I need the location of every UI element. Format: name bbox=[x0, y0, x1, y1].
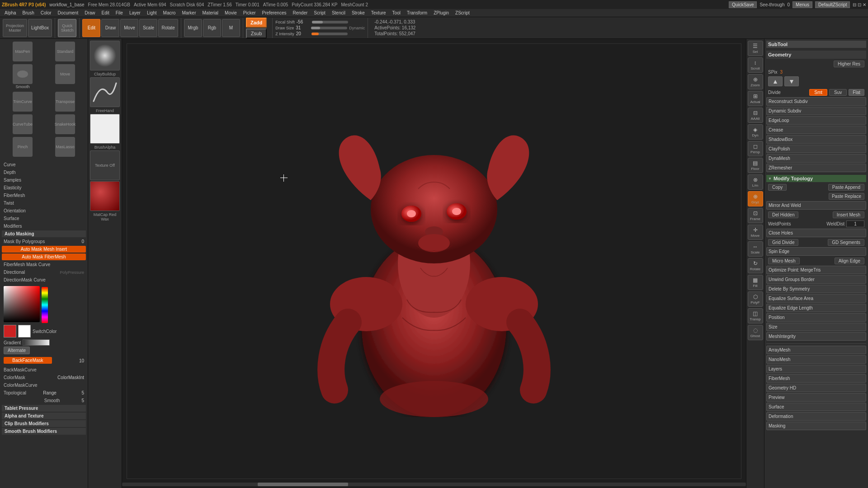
smooth-brush-header[interactable]: Smooth Brush Modifiers bbox=[2, 428, 86, 435]
quick-sketch-button[interactable]: Quick Sketch bbox=[58, 19, 77, 37]
dynamesh-button[interactable]: DynaMesh bbox=[766, 154, 866, 163]
canvas-scroll[interactable] bbox=[122, 483, 746, 486]
mirror-and-weld-button[interactable]: Mirror And Weld bbox=[766, 201, 866, 210]
foreground-swatch[interactable] bbox=[4, 325, 16, 338]
script-button[interactable]: DefaultZScript bbox=[815, 1, 850, 8]
menus-button[interactable]: Menus bbox=[793, 1, 812, 8]
menu-light[interactable]: Light bbox=[144, 10, 160, 16]
gd-segments-button[interactable]: GD Segments bbox=[828, 239, 864, 246]
move-rt-button[interactable]: ✛ Move bbox=[748, 225, 763, 240]
move-button[interactable]: Move bbox=[120, 19, 138, 37]
preview-button[interactable]: Preview bbox=[766, 393, 866, 402]
grid-divide-button[interactable]: Grid Divide bbox=[768, 239, 798, 246]
rotate-rt-button[interactable]: ↻ Rotate bbox=[748, 258, 763, 273]
rotate-button[interactable]: Rotate bbox=[158, 19, 178, 37]
brush-item-pinch[interactable]: Pinch bbox=[2, 136, 43, 158]
delete-by-symmetry-button[interactable]: Delete By Symmetry bbox=[766, 285, 866, 293]
menu-picker[interactable]: Picker bbox=[241, 10, 259, 16]
position-button[interactable]: Position bbox=[766, 313, 866, 322]
zoom-button[interactable]: ⊕ Zoom bbox=[748, 74, 763, 89]
suv-button[interactable]: Suv bbox=[829, 89, 847, 96]
brush-item-trimcurve[interactable]: TrimCurve bbox=[2, 91, 43, 113]
gradient-bar[interactable] bbox=[23, 339, 50, 346]
alpha-item-matcap[interactable] bbox=[90, 181, 120, 211]
brush-item-move[interactable]: Move bbox=[44, 63, 86, 90]
aaall-button[interactable]: ⊟ AAAll bbox=[748, 108, 763, 123]
zsub-button[interactable]: Zsub bbox=[246, 28, 267, 38]
alpha-item-brushalpha[interactable] bbox=[90, 114, 120, 144]
polyf-button[interactable]: ⬡ PolyF bbox=[748, 291, 763, 307]
menu-brush[interactable]: Brush bbox=[20, 10, 37, 16]
dynamic-subdiv-button[interactable]: Dynamic Subdiv bbox=[766, 107, 866, 115]
deformation-button[interactable]: Deformation bbox=[766, 412, 866, 421]
linefill-button[interactable]: ▦ Fill bbox=[748, 275, 763, 290]
spin-edge-button[interactable]: Spin Edge bbox=[766, 247, 866, 256]
menu-edit[interactable]: Edit bbox=[99, 10, 112, 16]
paste-replace-button[interactable]: Paste Replace bbox=[829, 193, 864, 200]
canvas-area[interactable] bbox=[122, 39, 746, 488]
fibermesh-rp-button[interactable]: FiberMesh bbox=[766, 374, 866, 383]
brush-item-snakehook[interactable]: SnakeHook bbox=[44, 113, 86, 135]
insert-mesh-button[interactable]: Insert Mesh bbox=[833, 211, 864, 218]
alpha-item-textureoff[interactable]: Texture Off bbox=[90, 150, 120, 180]
actual-button[interactable]: ⊞ Actual bbox=[748, 91, 763, 106]
geometry-hd-button[interactable]: Geometry HD bbox=[766, 384, 866, 392]
equalize-edge-length-button[interactable]: Equalize Edge Length bbox=[766, 304, 866, 312]
brush-item-maslasso[interactable]: MasLasso bbox=[44, 136, 86, 158]
menu-alpha[interactable]: Alpha bbox=[2, 10, 19, 16]
hue-slider[interactable] bbox=[42, 287, 48, 323]
menu-texture[interactable]: Texture bbox=[368, 10, 389, 16]
menu-color[interactable]: Color bbox=[38, 10, 54, 16]
edgeloop-button[interactable]: EdgeLoop bbox=[766, 116, 866, 125]
surface-rp-button[interactable]: Surface bbox=[766, 403, 866, 411]
alpha-texture-header[interactable]: Alpha and Texture bbox=[2, 413, 86, 419]
reconstruct-subdiv-button[interactable]: Reconstruct Subdiv bbox=[766, 97, 866, 106]
shadowbox-button[interactable]: ShadowBox bbox=[766, 135, 866, 144]
flat-button[interactable]: Flat bbox=[849, 89, 864, 96]
brush-item-curvetube[interactable]: CurveTube bbox=[2, 113, 43, 135]
close-holes-button[interactable]: Close Holes bbox=[766, 229, 866, 237]
brush-item-smooth[interactable]: Smooth bbox=[2, 63, 43, 90]
transp-button[interactable]: ◫ Transp bbox=[748, 308, 763, 324]
tablet-pressure-header[interactable]: Tablet Pressure bbox=[2, 405, 86, 412]
size-button[interactable]: Size bbox=[766, 323, 866, 331]
higher-res-button[interactable]: Higher Res bbox=[834, 61, 864, 67]
backface-mask-button[interactable]: BackFaceMask bbox=[4, 357, 52, 364]
menu-stencil[interactable]: Stencil bbox=[329, 10, 348, 16]
scroll-down-button[interactable]: ▼ bbox=[784, 76, 799, 86]
optimize-point-button[interactable]: Optimize Point: MergeTris bbox=[766, 266, 866, 274]
mrgb-button[interactable]: Mrgb bbox=[184, 19, 202, 37]
geometry-section-title[interactable]: Geometry bbox=[766, 51, 866, 59]
draw-size-slider[interactable] bbox=[311, 27, 347, 29]
focal-shift-slider[interactable] bbox=[312, 21, 348, 23]
menu-stroke[interactable]: Stroke bbox=[349, 10, 368, 16]
clip-brush-header[interactable]: Clip Brush Modifiers bbox=[2, 420, 86, 427]
sel-button[interactable]: ☰ Sel bbox=[748, 41, 763, 56]
menu-layer[interactable]: Layer bbox=[127, 10, 143, 16]
menu-file[interactable]: File bbox=[113, 10, 126, 16]
paste-append-button[interactable]: Paste Append bbox=[828, 184, 864, 191]
z-intensity-slider[interactable] bbox=[311, 33, 348, 35]
edit-button[interactable]: Edit bbox=[82, 19, 100, 37]
menu-document[interactable]: Document bbox=[55, 10, 81, 16]
alpha-item-freehand[interactable] bbox=[90, 77, 120, 107]
m-button[interactable]: M bbox=[222, 19, 240, 37]
lym-button[interactable]: ⊗ L/m bbox=[748, 174, 763, 190]
copy-button[interactable]: Copy bbox=[768, 184, 787, 191]
menu-macro[interactable]: Macro bbox=[160, 10, 179, 16]
persp-button[interactable]: ◻ Persp bbox=[748, 141, 763, 156]
modify-topology-header[interactable]: Modify Topology bbox=[766, 175, 866, 182]
draw-button[interactable]: Draw bbox=[101, 19, 119, 37]
del-hidden-button[interactable]: Del Hidden bbox=[768, 211, 798, 218]
nano-mesh-button[interactable]: NanoMesh bbox=[766, 355, 866, 364]
brush-item-transpose[interactable]: Transpose bbox=[44, 91, 86, 113]
scale-rt-button[interactable]: ↔ Scale bbox=[748, 241, 763, 257]
rgb-button[interactable]: Rgb bbox=[203, 19, 221, 37]
auto-masking-header[interactable]: Auto Masking bbox=[2, 230, 86, 237]
ghost-button[interactable]: ◌ Ghost bbox=[748, 325, 763, 340]
projection-master-button[interactable]: Projection Master bbox=[3, 19, 27, 37]
zremesher-button[interactable]: ZRemesher bbox=[766, 164, 866, 172]
scale-button[interactable]: Scale bbox=[139, 19, 157, 37]
crease-button[interactable]: Crease bbox=[766, 126, 866, 134]
quicksave-button[interactable]: QuickSave bbox=[729, 1, 757, 8]
